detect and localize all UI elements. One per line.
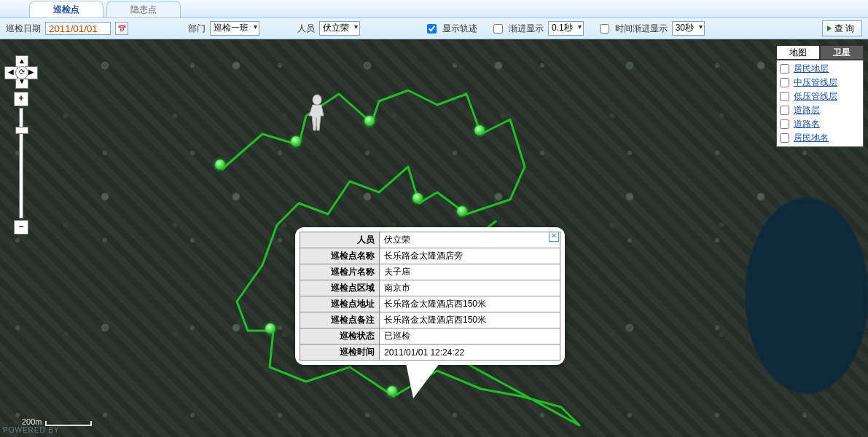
info-value: 夫子庙 — [380, 264, 560, 280]
map-canvas[interactable]: ▲ ▼ ◀ ▶ ⟳ + − 200m POWERED BY 地图 卫星 — [0, 39, 868, 437]
time-step-label: 时间渐进显示 — [615, 23, 668, 35]
layer-checkbox[interactable] — [780, 92, 789, 101]
zoom-out-button[interactable]: − — [14, 220, 28, 235]
pan-pad: ▲ ▼ ◀ ▶ ⟳ — [4, 55, 38, 89]
layer-panel: 地图 卫星 居民地层中压管线层低压管线层道路层道路名居民地名 — [776, 45, 864, 147]
info-key: 巡检时间 — [300, 345, 380, 361]
layer-link[interactable]: 居民地层 — [794, 63, 829, 75]
track-node[interactable] — [457, 206, 467, 216]
powered-by-label: POWERED BY — [3, 426, 60, 434]
date-input[interactable] — [45, 22, 111, 35]
tab-bar: 巡检点 隐患点 — [0, 0, 868, 18]
info-value: 长乐路金太隆酒店西150米 — [380, 312, 560, 328]
maptype-satellite-button[interactable]: 卫星 — [820, 45, 864, 60]
info-key: 巡检片名称 — [300, 264, 380, 280]
dept-select[interactable]: 巡检一班 — [210, 21, 259, 36]
step-label: 渐进显示 — [509, 23, 544, 35]
scale-bar: 200m — [22, 417, 92, 426]
query-button[interactable]: 查 询 — [822, 20, 862, 36]
info-value: 长乐路金太隆酒店旁 — [380, 248, 560, 264]
layer-checkbox[interactable] — [780, 133, 789, 143]
map-controls: ▲ ▼ ◀ ▶ ⟳ + − — [4, 55, 38, 235]
info-balloon: ✕ 人员伏立荣巡检点名称长乐路金太隆酒店旁巡检片名称夫子庙巡检点区域南京市巡检点… — [295, 227, 565, 365]
info-row: 巡检时间2011/01/01 12:24:22 — [300, 345, 560, 361]
maptype-map-button[interactable]: 地图 — [776, 45, 820, 60]
layer-row: 道路名 — [780, 117, 860, 131]
info-row: 巡检点备注长乐路金太隆酒店西150米 — [300, 312, 560, 328]
toolbar: 巡检日期 📅 部门 巡检一班 人员 伏立荣 显示轨迹 渐进显示 0.1秒 时间渐… — [0, 18, 868, 39]
layer-row: 低压管线层 — [780, 90, 860, 103]
layer-link[interactable]: 道路层 — [794, 104, 820, 117]
tab-hazard-points[interactable]: 隐患点 — [106, 1, 181, 17]
info-row: 巡检点区域南京市 — [300, 280, 560, 296]
layer-link[interactable]: 居民地名 — [794, 132, 829, 144]
layer-link[interactable]: 道路名 — [794, 118, 820, 130]
info-value: 长乐路金太隆酒店西150米 — [380, 296, 560, 312]
info-value: 南京市 — [380, 280, 560, 296]
track-node[interactable] — [364, 116, 375, 126]
info-value: 2011/01/01 12:24:22 — [380, 345, 560, 361]
layer-checkbox[interactable] — [780, 64, 789, 74]
layer-row: 道路层 — [780, 103, 860, 117]
date-label: 巡检日期 — [6, 23, 41, 35]
track-node[interactable] — [474, 125, 485, 135]
show-track-label: 显示轨迹 — [442, 23, 477, 35]
person-select[interactable]: 伏立荣 — [319, 21, 360, 36]
person-label: 人员 — [297, 23, 315, 35]
info-value: 已巡检 — [380, 328, 560, 345]
person-marker-icon — [306, 94, 328, 134]
info-key: 巡检点备注 — [300, 312, 380, 328]
track-node[interactable] — [387, 386, 397, 396]
balloon-close-button[interactable]: ✕ — [549, 232, 559, 242]
show-track-checkbox[interactable] — [427, 24, 437, 34]
step-interval-select[interactable]: 0.1秒 — [548, 21, 584, 36]
info-key: 巡检点地址 — [300, 296, 380, 312]
info-key: 人员 — [300, 232, 380, 248]
info-row: 巡检点名称长乐路金太隆酒店旁 — [300, 248, 560, 264]
info-value: 伏立荣 — [380, 232, 560, 248]
dept-label: 部门 — [188, 23, 206, 35]
time-step-interval-select[interactable]: 30秒 — [672, 21, 705, 36]
layer-row: 居民地层 — [780, 62, 860, 76]
layer-checkbox[interactable] — [780, 78, 789, 87]
info-key: 巡检点名称 — [300, 248, 380, 264]
info-row: 巡检状态已巡检 — [300, 328, 560, 345]
zoom-slider-track[interactable] — [19, 108, 23, 219]
layer-list: 居民地层中压管线层低压管线层道路层道路名居民地名 — [776, 60, 864, 147]
calendar-icon[interactable]: 📅 — [115, 22, 128, 35]
play-icon — [827, 25, 832, 31]
layer-row: 居民地名 — [780, 131, 860, 145]
zoom-in-button[interactable]: + — [14, 92, 28, 106]
info-key: 巡检点区域 — [300, 280, 380, 296]
layer-link[interactable]: 中压管线层 — [794, 76, 837, 89]
info-table: 人员伏立荣巡检点名称长乐路金太隆酒店旁巡检片名称夫子庙巡检点区域南京市巡检点地址… — [300, 232, 560, 361]
time-step-checkbox[interactable] — [600, 24, 609, 34]
info-row: 巡检点地址长乐路金太隆酒店西150米 — [300, 296, 560, 312]
layer-row: 中压管线层 — [780, 76, 860, 90]
track-node[interactable] — [291, 136, 301, 146]
zoom-slider-handle[interactable] — [15, 127, 28, 134]
layer-checkbox[interactable] — [780, 119, 789, 129]
info-row: 人员伏立荣 — [300, 232, 560, 248]
pan-center-button[interactable]: ⟳ — [15, 66, 28, 79]
layer-checkbox[interactable] — [780, 106, 789, 115]
app-root: 巡检点 隐患点 巡检日期 📅 部门 巡检一班 人员 伏立荣 显示轨迹 渐进显示 … — [0, 0, 868, 437]
track-node[interactable] — [215, 160, 225, 170]
svg-point-0 — [313, 95, 321, 105]
info-row: 巡检片名称夫子庙 — [300, 264, 560, 280]
layer-link[interactable]: 低压管线层 — [794, 90, 837, 103]
track-node[interactable] — [413, 193, 423, 203]
track-node[interactable] — [265, 323, 275, 334]
info-key: 巡检状态 — [300, 328, 380, 345]
tab-inspection-points[interactable]: 巡检点 — [29, 1, 103, 17]
step-checkbox[interactable] — [493, 24, 503, 34]
